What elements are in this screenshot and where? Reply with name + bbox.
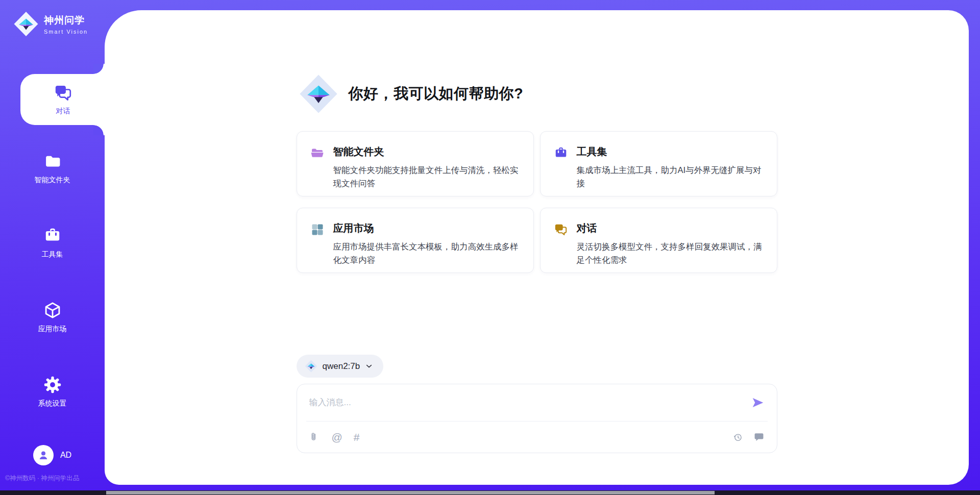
user-initials: AD bbox=[60, 451, 71, 460]
sidebar-item-toolbox[interactable]: 工具集 bbox=[0, 227, 105, 259]
sidebar-item-label: 智能文件夹 bbox=[35, 176, 70, 185]
chat-bubble-icon bbox=[753, 431, 765, 442]
gear-icon bbox=[43, 376, 62, 394]
sidebar: 神州问学 Smart Vision 对话 智能文件夹 工具集 bbox=[0, 0, 105, 495]
card-toolbox[interactable]: 工具集 集成市场上主流工具，助力AI与外界无缝扩展与对接 bbox=[540, 131, 777, 196]
paperclip-icon bbox=[309, 431, 321, 442]
chat-icon bbox=[554, 222, 568, 237]
tab-connector-bottom bbox=[93, 125, 105, 135]
toolbox-icon bbox=[43, 227, 62, 245]
folder-icon bbox=[43, 152, 62, 170]
greeting-text: 你好，我可以如何帮助你? bbox=[349, 84, 524, 104]
sidebar-item-label: 对话 bbox=[56, 107, 70, 116]
card-description: 灵活切换多模型文件，支持多样回复效果调试，满足个性化需求 bbox=[577, 240, 765, 266]
send-button[interactable] bbox=[751, 396, 765, 409]
person-icon bbox=[37, 449, 50, 462]
model-name: qwen2:7b bbox=[323, 361, 360, 372]
card-app-market[interactable]: 应用市场 应用市场提供丰富长文本模板，助力高效生成多样化文章内容 bbox=[297, 208, 534, 273]
greeting: 你好，我可以如何帮助你? bbox=[299, 74, 777, 114]
history-clock-icon bbox=[732, 432, 743, 442]
brand-subtitle: Smart Vision bbox=[44, 29, 88, 35]
topic-button[interactable]: # bbox=[354, 432, 360, 442]
card-smart-folder[interactable]: 智能文件夹 智能文件夹功能支持批量文件上传与清洗，轻松实现文件问答 bbox=[297, 131, 534, 196]
card-description: 应用市场提供丰富长文本模板，助力高效生成多样化文章内容 bbox=[333, 240, 521, 266]
mention-button[interactable]: @ bbox=[332, 432, 342, 442]
scrollbar-thumb[interactable] bbox=[106, 491, 715, 494]
chat-icon bbox=[54, 83, 73, 103]
card-description: 智能文件夹功能支持批量文件上传与清洗，轻松实现文件问答 bbox=[333, 163, 521, 190]
send-icon bbox=[751, 396, 765, 409]
sidebar-item-label: 应用市场 bbox=[38, 325, 67, 334]
brand-diamond-icon bbox=[13, 11, 39, 37]
sidebar-item-label: 系统设置 bbox=[38, 399, 67, 408]
attach-button[interactable] bbox=[309, 431, 321, 442]
chevron-down-icon bbox=[365, 362, 373, 370]
cube-icon bbox=[43, 301, 62, 319]
assistant-diamond-icon bbox=[299, 74, 338, 114]
card-chat[interactable]: 对话 灵活切换多模型文件，支持多样回复效果调试，满足个性化需求 bbox=[540, 208, 777, 273]
new-chat-button[interactable] bbox=[753, 431, 765, 442]
history-button[interactable] bbox=[732, 432, 743, 442]
tab-connector-top bbox=[93, 64, 105, 74]
hash-icon: # bbox=[354, 432, 360, 442]
folder-open-icon bbox=[310, 146, 325, 160]
feature-cards: 智能文件夹 智能文件夹功能支持批量文件上传与清洗，轻松实现文件问答 bbox=[297, 131, 777, 273]
brand-name: 神州问学 bbox=[44, 14, 88, 27]
copyright-footer: ©神州数码 · 神州问学出品 bbox=[5, 474, 79, 483]
sidebar-item-smart-folder[interactable]: 智能文件夹 bbox=[0, 152, 105, 185]
sidebar-item-chat[interactable]: 对话 bbox=[20, 74, 106, 125]
model-selector[interactable]: qwen2:7b bbox=[297, 355, 384, 378]
sidebar-item-app-market[interactable]: 应用市场 bbox=[0, 301, 105, 334]
card-title: 工具集 bbox=[577, 145, 765, 159]
card-description: 集成市场上主流工具，助力AI与外界无缝扩展与对接 bbox=[577, 163, 765, 190]
main-panel: 你好，我可以如何帮助你? 智能文件夹 智能文件夹功能支持批量文件上传与清洗，轻松… bbox=[105, 10, 969, 485]
card-title: 对话 bbox=[577, 221, 765, 235]
avatar bbox=[33, 445, 54, 465]
toolbox-icon bbox=[554, 146, 568, 160]
grid-icon bbox=[310, 222, 325, 237]
at-icon: @ bbox=[332, 432, 342, 442]
user-account[interactable]: AD bbox=[0, 445, 105, 465]
card-title: 应用市场 bbox=[333, 221, 521, 235]
sidebar-item-settings[interactable]: 系统设置 bbox=[0, 376, 105, 408]
message-composer: @ # bbox=[297, 384, 777, 453]
model-diamond-icon bbox=[305, 360, 317, 373]
brand-logo: 神州问学 Smart Vision bbox=[13, 11, 88, 37]
sidebar-item-label: 工具集 bbox=[42, 250, 63, 259]
card-title: 智能文件夹 bbox=[333, 145, 521, 159]
message-input[interactable] bbox=[309, 398, 751, 408]
horizontal-scrollbar bbox=[0, 490, 980, 495]
